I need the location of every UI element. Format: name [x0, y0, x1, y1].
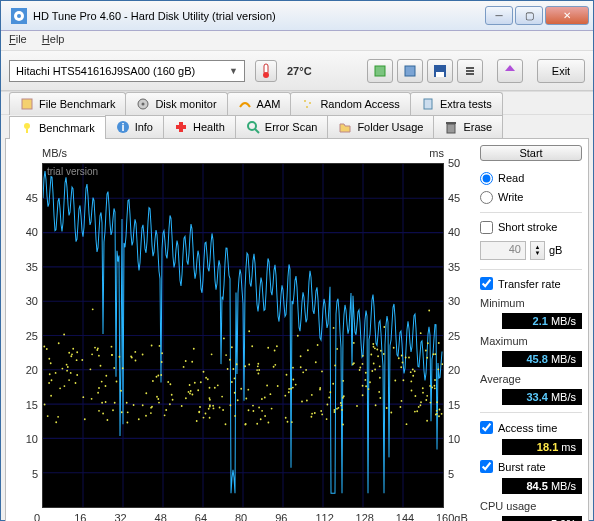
start-button[interactable]: Start	[480, 145, 582, 161]
short-stroke-checkbox[interactable]: Short stroke	[480, 220, 582, 235]
svg-point-92	[362, 394, 364, 396]
tab-extra-tests[interactable]: Extra tests	[410, 92, 503, 115]
svg-point-81	[362, 355, 364, 357]
svg-point-262	[356, 405, 358, 407]
svg-point-95	[66, 370, 68, 372]
svg-point-82	[134, 351, 136, 353]
svg-point-203	[329, 391, 331, 393]
svg-point-247	[374, 369, 376, 371]
svg-point-293	[151, 406, 153, 408]
refresh-button[interactable]	[497, 59, 523, 83]
svg-point-137	[375, 404, 377, 406]
svg-point-333	[237, 399, 239, 401]
svg-point-201	[107, 419, 109, 421]
svg-point-76	[422, 387, 424, 389]
svg-point-328	[43, 345, 45, 347]
svg-point-44	[292, 367, 294, 369]
svg-point-219	[126, 402, 128, 404]
options-button[interactable]	[457, 59, 483, 83]
minimum-label: Minimum	[480, 297, 582, 309]
svg-point-281	[234, 415, 236, 417]
svg-point-222	[258, 372, 260, 374]
tab-info[interactable]: iInfo	[105, 115, 164, 138]
svg-point-4	[263, 72, 269, 78]
svg-point-290	[49, 373, 51, 375]
svg-point-117	[314, 412, 316, 414]
toolbar: Hitachi HTS541616J9SA00 (160 gB) ▼ 27°C …	[1, 51, 593, 91]
svg-point-214	[169, 403, 171, 405]
titlebar[interactable]: HD Tune Pro 4.60 - Hard Disk Utility (tr…	[1, 1, 593, 31]
svg-point-152	[274, 350, 276, 352]
tab-error-scan[interactable]: Error Scan	[235, 115, 329, 138]
svg-point-204	[76, 374, 78, 376]
svg-point-210	[340, 402, 342, 404]
svg-point-73	[196, 420, 198, 422]
svg-point-360	[205, 412, 207, 414]
tab-file-benchmark[interactable]: File Benchmark	[9, 92, 126, 115]
svg-point-349	[362, 385, 364, 387]
svg-point-292	[167, 381, 169, 383]
svg-point-361	[433, 353, 435, 355]
menu-file[interactable]: File	[9, 33, 27, 45]
y-left-unit: MB/s	[42, 147, 67, 159]
svg-point-284	[156, 376, 158, 378]
drive-dropdown[interactable]: Hitachi HTS541616J9SA00 (160 gB) ▼	[9, 60, 245, 82]
y-left-tick: 30	[26, 295, 38, 307]
minimum-value: 2.1 MB/s	[502, 313, 582, 329]
maximize-button[interactable]: ▢	[515, 6, 543, 25]
svg-point-285	[414, 411, 416, 413]
menubar: File Help	[1, 31, 593, 51]
svg-point-67	[248, 330, 250, 332]
svg-point-344	[98, 355, 100, 357]
svg-point-232	[48, 382, 50, 384]
close-button[interactable]: ✕	[545, 6, 589, 25]
burst-rate-checkbox[interactable]: Burst rate	[480, 459, 582, 474]
tab-benchmark[interactable]: Benchmark	[9, 116, 106, 139]
svg-point-305	[434, 379, 436, 381]
tab-folder-usage[interactable]: Folder Usage	[327, 115, 434, 138]
content-area: MB/s ms trial version 510152025303540455…	[5, 138, 589, 521]
svg-point-261	[63, 334, 65, 336]
average-value: 33.4 MB/s	[502, 389, 582, 405]
error-scan-icon	[246, 120, 260, 134]
svg-point-325	[292, 387, 294, 389]
svg-point-53	[334, 409, 336, 411]
write-radio[interactable]: Write	[480, 190, 582, 205]
maximum-value: 45.8 MB/s	[502, 351, 582, 367]
tab-erase[interactable]: Erase	[433, 115, 503, 138]
svg-point-228	[376, 348, 378, 350]
svg-point-248	[62, 368, 64, 370]
main-tab-row: BenchmarkiInfoHealthError ScanFolder Usa…	[1, 114, 593, 138]
access-time-checkbox[interactable]: Access time	[480, 420, 582, 435]
read-radio[interactable]: Read	[480, 171, 582, 186]
svg-point-2	[17, 14, 21, 18]
svg-point-108	[311, 394, 313, 396]
svg-point-358	[197, 389, 199, 391]
svg-point-211	[437, 368, 439, 370]
svg-point-187	[203, 417, 205, 419]
svg-point-145	[425, 399, 427, 401]
exit-button[interactable]: Exit	[537, 59, 585, 83]
short-stroke-input[interactable]: 40	[480, 241, 526, 260]
svg-point-277	[51, 379, 53, 381]
tab-random-access[interactable]: Random Access	[290, 92, 410, 115]
svg-point-166	[225, 423, 227, 425]
save-button[interactable]	[427, 59, 453, 83]
tab-health[interactable]: Health	[163, 115, 236, 138]
svg-point-156	[198, 411, 200, 413]
svg-point-352	[76, 351, 78, 353]
tab-disk-monitor[interactable]: Disk monitor	[125, 92, 227, 115]
tab-aam[interactable]: AAM	[227, 92, 292, 115]
y-right-tick: 10	[448, 433, 460, 445]
svg-point-343	[102, 412, 104, 414]
copy-image-button[interactable]	[397, 59, 423, 83]
menu-help[interactable]: Help	[42, 33, 65, 45]
minimize-button[interactable]: ─	[485, 6, 513, 25]
svg-point-112	[233, 368, 235, 370]
svg-point-276	[203, 371, 205, 373]
svg-point-338	[252, 405, 254, 407]
svg-point-140	[353, 362, 355, 364]
spinner-buttons[interactable]: ▲▼	[530, 241, 545, 260]
copy-text-button[interactable]	[367, 59, 393, 83]
transfer-rate-checkbox[interactable]: Transfer rate	[480, 276, 582, 291]
